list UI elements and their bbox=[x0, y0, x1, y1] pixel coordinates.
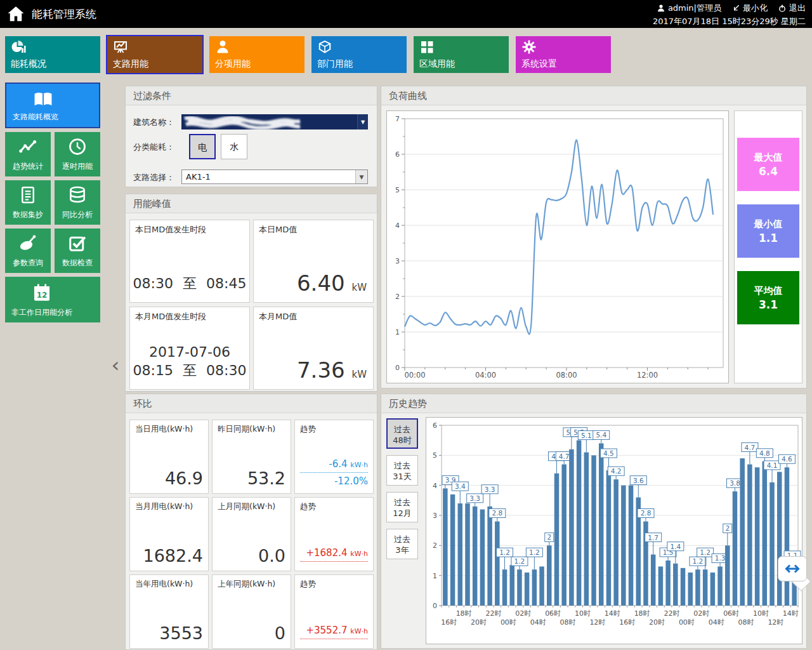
history-panel-title: 历史趋势 bbox=[381, 394, 806, 413]
main-nav: 能耗概况支路用能分项用能部门用能区域用能系统设置 bbox=[5, 36, 611, 73]
svg-text:14时: 14时 bbox=[605, 609, 620, 618]
svg-text:4.8: 4.8 bbox=[759, 449, 770, 457]
svg-text:00时: 00时 bbox=[501, 618, 516, 627]
svg-text:00:00: 00:00 bbox=[404, 371, 425, 380]
svg-text:3.6: 3.6 bbox=[633, 477, 644, 484]
svg-text:22时: 22时 bbox=[664, 609, 679, 618]
nav-tab-3[interactable]: 分项用能 bbox=[209, 36, 304, 73]
huanbi-card-label: 上月同期(kW·h) bbox=[218, 501, 275, 512]
building-value-obscured bbox=[181, 114, 357, 129]
svg-text:4.2: 4.2 bbox=[611, 467, 622, 475]
nav-tab-2[interactable]: 支路用能 bbox=[107, 36, 202, 73]
svg-text:1.7: 1.7 bbox=[648, 534, 658, 541]
svg-text:06时: 06时 bbox=[545, 609, 561, 618]
pie-chart-icon bbox=[11, 39, 26, 55]
svg-text:4.1: 4.1 bbox=[767, 461, 778, 469]
history-bar-chart: 01234563.93.43.33.32.81.21.21.224.44.75.… bbox=[426, 417, 802, 644]
logout-button[interactable]: 退出 bbox=[778, 3, 806, 14]
svg-text:1.4: 1.4 bbox=[670, 543, 681, 550]
svg-text:18时: 18时 bbox=[456, 609, 472, 618]
svg-text:4.5: 4.5 bbox=[603, 449, 614, 457]
minimize-button[interactable]: 最小化 bbox=[731, 3, 768, 14]
peak-card-label: 本日MD值 bbox=[259, 224, 297, 235]
sidebar-item-label: 趋势统计 bbox=[5, 161, 51, 172]
svg-text:2: 2 bbox=[395, 293, 400, 301]
svg-text:00时: 00时 bbox=[679, 618, 695, 627]
nav-tab-4[interactable]: 部门用能 bbox=[311, 36, 407, 73]
teamviewer-icon[interactable] bbox=[778, 556, 807, 581]
svg-text:3.4: 3.4 bbox=[455, 482, 466, 490]
peak-card-value: 7.36 kW bbox=[297, 357, 367, 383]
peak-card-time: 08:15 至 08:30 bbox=[130, 361, 249, 380]
sidebar-item-1[interactable]: 支路能耗概览 bbox=[5, 83, 100, 128]
sidebar-item-8[interactable]: 12非工作日用能分析 bbox=[5, 277, 100, 322]
energy-electric-button[interactable]: 电 bbox=[189, 134, 216, 159]
svg-text:04时: 04时 bbox=[530, 618, 546, 627]
nav-tab-label: 能耗概况 bbox=[11, 58, 46, 70]
svg-text:2: 2 bbox=[547, 533, 551, 541]
history-range-button-1[interactable]: 过去48时 bbox=[386, 418, 418, 449]
comparison-panel-title: 环比 bbox=[126, 394, 377, 413]
history-range-button-4[interactable]: 过去3年 bbox=[386, 529, 418, 559]
sidebar-item-4[interactable]: 数据集抄 bbox=[5, 180, 51, 225]
huanbi-card-r1-c2: 昨日同期(kW·h)53.2 bbox=[212, 420, 291, 494]
huanbi-card-r1-c3: 趋势-6.4 kW·h -12.0% bbox=[294, 420, 374, 494]
huanbi-trend: -6.4 kW·h -12.0% bbox=[300, 458, 368, 487]
svg-text:5: 5 bbox=[395, 186, 400, 194]
svg-text:3.8: 3.8 bbox=[730, 479, 740, 487]
nav-tab-1[interactable]: 能耗概况 bbox=[5, 36, 100, 73]
cube-icon bbox=[317, 39, 332, 55]
svg-text:20时: 20时 bbox=[649, 618, 665, 627]
datetime: 2017年07月18日 15时23分29秒 星期二 bbox=[653, 16, 806, 27]
huanbi-card-value: 0.0 bbox=[258, 546, 285, 566]
sidebar-item-7[interactable]: 数据检查 bbox=[55, 229, 100, 273]
svg-text:10时: 10时 bbox=[753, 609, 769, 618]
svg-text:4: 4 bbox=[433, 482, 437, 490]
huanbi-trend: +1682.4 kW·h bbox=[300, 547, 368, 564]
sidebar-collapse-arrow[interactable]: ‹ bbox=[109, 353, 122, 377]
svg-text:2.8: 2.8 bbox=[492, 509, 502, 517]
huanbi-card-r2-c3: 趋势+1682.4 kW·h bbox=[294, 497, 374, 571]
svg-text:14时: 14时 bbox=[783, 609, 799, 618]
svg-text:08:00: 08:00 bbox=[556, 371, 577, 380]
stat-2: 最小值1.1 bbox=[737, 204, 799, 258]
sidebar-item-6[interactable]: 参数查询 bbox=[5, 229, 51, 273]
history-range-button-2[interactable]: 过去31天 bbox=[386, 455, 418, 486]
sidebar-item-label: 同比分析 bbox=[55, 209, 100, 220]
sidebar-item-label: 参数查询 bbox=[5, 258, 51, 269]
building-dropdown-arrow-icon[interactable]: ▼ bbox=[357, 114, 368, 129]
sidebar-item-3[interactable]: 逐时用能 bbox=[55, 132, 100, 176]
peak-card-value: 6.40 kW bbox=[297, 270, 367, 296]
sidebar-item-5[interactable]: 同比分析 bbox=[55, 180, 100, 225]
user-chip[interactable]: admin|管理员 bbox=[657, 3, 721, 14]
svg-text:20时: 20时 bbox=[471, 618, 487, 627]
building-select[interactable]: ▼ bbox=[181, 114, 368, 129]
svg-text:3.3: 3.3 bbox=[485, 486, 495, 493]
huanbi-card-value: 3553 bbox=[159, 623, 203, 643]
nav-tab-5[interactable]: 区域用能 bbox=[414, 36, 509, 73]
book-icon bbox=[32, 89, 55, 110]
peak-card-label: 本日MD值发生时段 bbox=[135, 224, 206, 235]
peak-panel-title: 用能峰值 bbox=[126, 194, 377, 213]
energy-water-button[interactable]: 水 bbox=[221, 134, 247, 159]
power-icon bbox=[778, 4, 787, 13]
svg-text:1.2: 1.2 bbox=[529, 548, 540, 556]
branch-select[interactable]: AK1-1 ▼ bbox=[181, 169, 368, 184]
huanbi-card-r3-c2: 上年同期(kW·h)0 bbox=[212, 574, 291, 649]
huanbi-card-label: 当日用电(kW·h) bbox=[135, 424, 193, 435]
document-icon bbox=[18, 185, 37, 204]
branch-dropdown-arrow-icon: ▼ bbox=[355, 170, 367, 183]
load-curve-stats: 最大值6.4最小值1.1平均值3.1 bbox=[734, 110, 802, 383]
sidebar-item-label: 支路能耗概览 bbox=[13, 112, 99, 123]
svg-text:0: 0 bbox=[395, 364, 400, 372]
top-bar: 能耗管理系统 admin|管理员 最小化 退出 2017年07月18日 15时2… bbox=[0, 0, 812, 28]
svg-text:4.7: 4.7 bbox=[559, 453, 570, 460]
sidebar-item-2[interactable]: 趋势统计 bbox=[5, 132, 51, 176]
history-range-button-3[interactable]: 过去12月 bbox=[386, 492, 418, 522]
nav-tab-label: 支路用能 bbox=[113, 58, 148, 70]
svg-text:5.4: 5.4 bbox=[596, 431, 606, 439]
svg-text:3: 3 bbox=[433, 512, 437, 520]
energy-type-label: 分类能耗： bbox=[133, 142, 174, 153]
home-icon[interactable] bbox=[6, 4, 25, 23]
nav-tab-6[interactable]: 系统设置 bbox=[516, 36, 611, 73]
